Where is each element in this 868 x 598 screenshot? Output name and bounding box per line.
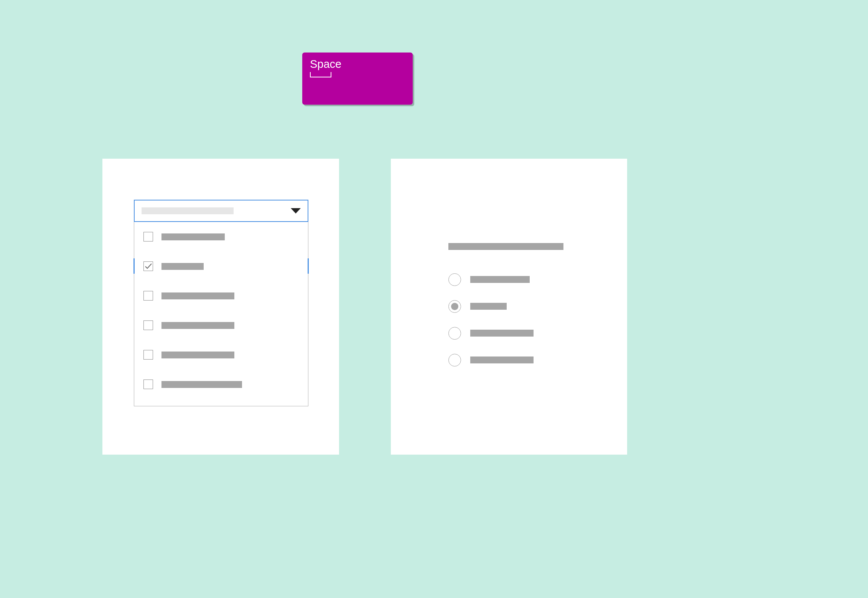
radio-option[interactable] [448, 293, 579, 320]
radio-option[interactable] [448, 347, 579, 373]
radio-group-label [448, 243, 563, 250]
option-label [161, 322, 234, 329]
radio-option[interactable] [448, 320, 579, 347]
space-key-label: Space [310, 58, 405, 71]
dropdown-list [134, 222, 308, 406]
checkbox-checked-icon[interactable] [143, 261, 153, 271]
spacebar-bracket-icon [310, 72, 331, 77]
radio-label [470, 276, 530, 283]
radio-group [448, 243, 579, 373]
radio-icon[interactable] [448, 327, 461, 340]
radio-panel [391, 159, 627, 455]
chevron-down-icon [291, 208, 301, 214]
dropdown-placeholder [142, 207, 234, 214]
radio-selected-icon[interactable] [448, 300, 461, 313]
option-label [161, 381, 242, 388]
dropdown-option[interactable] [134, 340, 308, 370]
radio-option[interactable] [448, 266, 579, 293]
radio-label [470, 303, 507, 310]
checkbox-icon[interactable] [143, 350, 153, 360]
checkbox-icon[interactable] [143, 380, 153, 389]
radio-label [470, 356, 534, 363]
option-label [161, 292, 234, 299]
checkbox-icon[interactable] [143, 232, 153, 242]
checkbox-icon[interactable] [143, 291, 153, 301]
dropdown-option[interactable] [134, 370, 308, 399]
multiselect-dropdown [134, 200, 308, 406]
dropdown-option[interactable] [134, 281, 308, 310]
dropdown-option[interactable] [134, 310, 308, 340]
radio-label [470, 330, 534, 337]
option-label [161, 352, 234, 358]
dropdown-header[interactable] [134, 200, 308, 222]
radio-icon[interactable] [448, 354, 461, 366]
dropdown-option[interactable] [134, 251, 308, 281]
checkbox-icon[interactable] [143, 320, 153, 330]
radio-icon[interactable] [448, 273, 461, 286]
dropdown-option[interactable] [134, 222, 308, 251]
option-label [161, 233, 225, 240]
dropdown-panel [102, 159, 339, 455]
space-key-badge: Space [302, 53, 413, 105]
option-label [161, 263, 204, 270]
